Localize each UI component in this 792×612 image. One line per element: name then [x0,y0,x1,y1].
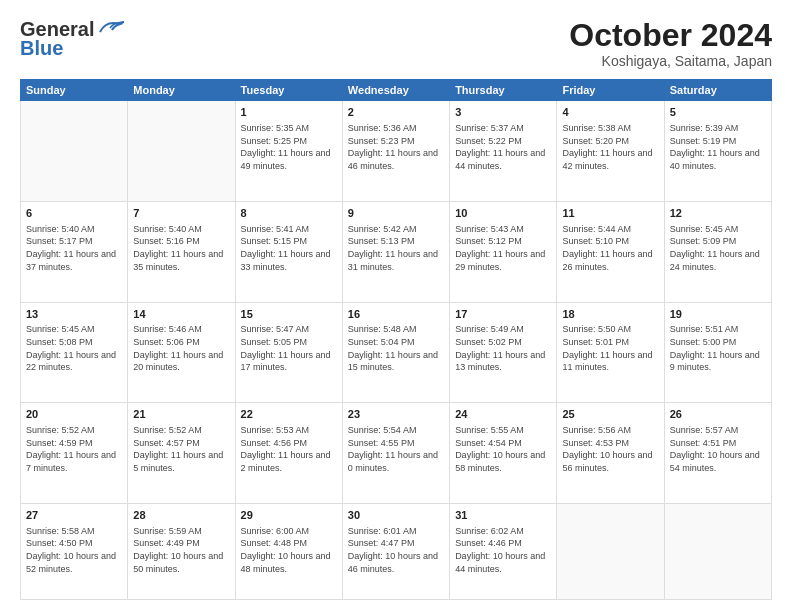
day-number: 11 [562,206,658,221]
col-tuesday: Tuesday [235,80,342,101]
table-row: 27Sunrise: 5:58 AM Sunset: 4:50 PM Dayli… [21,504,128,600]
table-row: 29Sunrise: 6:00 AM Sunset: 4:48 PM Dayli… [235,504,342,600]
table-row: 13Sunrise: 5:45 AM Sunset: 5:08 PM Dayli… [21,302,128,403]
day-number: 27 [26,508,122,523]
table-row [128,101,235,202]
logo-blue: Blue [20,37,63,60]
day-detail: Sunrise: 6:02 AM Sunset: 4:46 PM Dayligh… [455,525,551,575]
calendar-header-row: Sunday Monday Tuesday Wednesday Thursday… [21,80,772,101]
day-number: 16 [348,307,444,322]
table-row: 16Sunrise: 5:48 AM Sunset: 5:04 PM Dayli… [342,302,449,403]
table-row [664,504,771,600]
day-number: 26 [670,407,766,422]
day-detail: Sunrise: 5:52 AM Sunset: 4:59 PM Dayligh… [26,424,122,474]
day-number: 8 [241,206,337,221]
day-number: 25 [562,407,658,422]
day-number: 1 [241,105,337,120]
day-number: 12 [670,206,766,221]
day-detail: Sunrise: 5:51 AM Sunset: 5:00 PM Dayligh… [670,323,766,373]
table-row: 4Sunrise: 5:38 AM Sunset: 5:20 PM Daylig… [557,101,664,202]
day-detail: Sunrise: 5:52 AM Sunset: 4:57 PM Dayligh… [133,424,229,474]
table-row: 19Sunrise: 5:51 AM Sunset: 5:00 PM Dayli… [664,302,771,403]
day-detail: Sunrise: 5:49 AM Sunset: 5:02 PM Dayligh… [455,323,551,373]
day-detail: Sunrise: 5:40 AM Sunset: 5:16 PM Dayligh… [133,223,229,273]
table-row: 9Sunrise: 5:42 AM Sunset: 5:13 PM Daylig… [342,201,449,302]
logo: General Blue [20,18,124,60]
month-title: October 2024 [569,18,772,53]
logo-bird-icon [96,18,124,38]
day-detail: Sunrise: 5:45 AM Sunset: 5:08 PM Dayligh… [26,323,122,373]
table-row: 14Sunrise: 5:46 AM Sunset: 5:06 PM Dayli… [128,302,235,403]
day-detail: Sunrise: 5:35 AM Sunset: 5:25 PM Dayligh… [241,122,337,172]
day-number: 18 [562,307,658,322]
day-number: 5 [670,105,766,120]
day-detail: Sunrise: 5:54 AM Sunset: 4:55 PM Dayligh… [348,424,444,474]
day-detail: Sunrise: 6:00 AM Sunset: 4:48 PM Dayligh… [241,525,337,575]
day-number: 17 [455,307,551,322]
table-row: 25Sunrise: 5:56 AM Sunset: 4:53 PM Dayli… [557,403,664,504]
col-friday: Friday [557,80,664,101]
day-detail: Sunrise: 5:46 AM Sunset: 5:06 PM Dayligh… [133,323,229,373]
table-row: 20Sunrise: 5:52 AM Sunset: 4:59 PM Dayli… [21,403,128,504]
col-thursday: Thursday [450,80,557,101]
day-detail: Sunrise: 5:56 AM Sunset: 4:53 PM Dayligh… [562,424,658,474]
day-number: 29 [241,508,337,523]
day-detail: Sunrise: 5:50 AM Sunset: 5:01 PM Dayligh… [562,323,658,373]
table-row: 26Sunrise: 5:57 AM Sunset: 4:51 PM Dayli… [664,403,771,504]
col-wednesday: Wednesday [342,80,449,101]
table-row: 11Sunrise: 5:44 AM Sunset: 5:10 PM Dayli… [557,201,664,302]
table-row: 21Sunrise: 5:52 AM Sunset: 4:57 PM Dayli… [128,403,235,504]
table-row: 23Sunrise: 5:54 AM Sunset: 4:55 PM Dayli… [342,403,449,504]
table-row: 3Sunrise: 5:37 AM Sunset: 5:22 PM Daylig… [450,101,557,202]
table-row [557,504,664,600]
day-number: 23 [348,407,444,422]
day-detail: Sunrise: 5:57 AM Sunset: 4:51 PM Dayligh… [670,424,766,474]
day-number: 19 [670,307,766,322]
day-detail: Sunrise: 5:36 AM Sunset: 5:23 PM Dayligh… [348,122,444,172]
day-detail: Sunrise: 5:38 AM Sunset: 5:20 PM Dayligh… [562,122,658,172]
title-block: October 2024 Koshigaya, Saitama, Japan [569,18,772,69]
day-number: 7 [133,206,229,221]
table-row: 28Sunrise: 5:59 AM Sunset: 4:49 PM Dayli… [128,504,235,600]
day-number: 21 [133,407,229,422]
col-saturday: Saturday [664,80,771,101]
table-row: 1Sunrise: 5:35 AM Sunset: 5:25 PM Daylig… [235,101,342,202]
day-number: 6 [26,206,122,221]
day-number: 9 [348,206,444,221]
day-detail: Sunrise: 5:37 AM Sunset: 5:22 PM Dayligh… [455,122,551,172]
day-number: 13 [26,307,122,322]
table-row: 15Sunrise: 5:47 AM Sunset: 5:05 PM Dayli… [235,302,342,403]
day-detail: Sunrise: 5:53 AM Sunset: 4:56 PM Dayligh… [241,424,337,474]
day-number: 28 [133,508,229,523]
day-detail: Sunrise: 5:40 AM Sunset: 5:17 PM Dayligh… [26,223,122,273]
day-number: 22 [241,407,337,422]
table-row: 22Sunrise: 5:53 AM Sunset: 4:56 PM Dayli… [235,403,342,504]
table-row: 7Sunrise: 5:40 AM Sunset: 5:16 PM Daylig… [128,201,235,302]
day-number: 4 [562,105,658,120]
day-number: 20 [26,407,122,422]
calendar-table: Sunday Monday Tuesday Wednesday Thursday… [20,79,772,600]
table-row: 2Sunrise: 5:36 AM Sunset: 5:23 PM Daylig… [342,101,449,202]
day-number: 31 [455,508,551,523]
table-row: 17Sunrise: 5:49 AM Sunset: 5:02 PM Dayli… [450,302,557,403]
header: General Blue October 2024 Koshigaya, Sai… [20,18,772,69]
table-row: 5Sunrise: 5:39 AM Sunset: 5:19 PM Daylig… [664,101,771,202]
day-detail: Sunrise: 5:43 AM Sunset: 5:12 PM Dayligh… [455,223,551,273]
table-row: 31Sunrise: 6:02 AM Sunset: 4:46 PM Dayli… [450,504,557,600]
day-detail: Sunrise: 5:44 AM Sunset: 5:10 PM Dayligh… [562,223,658,273]
day-detail: Sunrise: 5:48 AM Sunset: 5:04 PM Dayligh… [348,323,444,373]
day-number: 15 [241,307,337,322]
day-number: 14 [133,307,229,322]
day-detail: Sunrise: 5:59 AM Sunset: 4:49 PM Dayligh… [133,525,229,575]
day-detail: Sunrise: 6:01 AM Sunset: 4:47 PM Dayligh… [348,525,444,575]
col-monday: Monday [128,80,235,101]
day-number: 10 [455,206,551,221]
table-row: 10Sunrise: 5:43 AM Sunset: 5:12 PM Dayli… [450,201,557,302]
table-row [21,101,128,202]
day-number: 2 [348,105,444,120]
day-detail: Sunrise: 5:58 AM Sunset: 4:50 PM Dayligh… [26,525,122,575]
day-detail: Sunrise: 5:42 AM Sunset: 5:13 PM Dayligh… [348,223,444,273]
table-row: 8Sunrise: 5:41 AM Sunset: 5:15 PM Daylig… [235,201,342,302]
page: General Blue October 2024 Koshigaya, Sai… [0,0,792,612]
day-number: 30 [348,508,444,523]
